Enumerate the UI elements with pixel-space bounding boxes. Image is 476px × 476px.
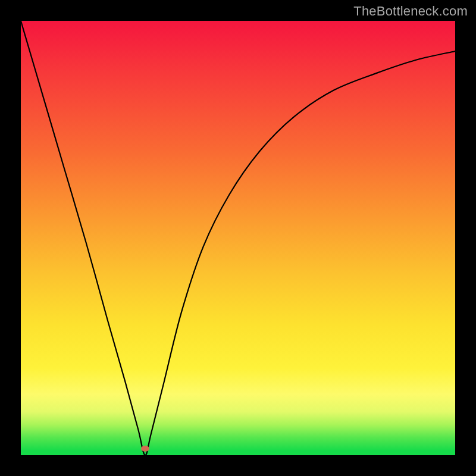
curve-path bbox=[21, 21, 455, 455]
optimum-marker bbox=[141, 446, 149, 452]
plot-area bbox=[21, 21, 455, 455]
chart-frame: TheBottleneck.com bbox=[0, 0, 476, 476]
bottleneck-curve bbox=[21, 21, 455, 455]
watermark-text: TheBottleneck.com bbox=[353, 4, 468, 19]
